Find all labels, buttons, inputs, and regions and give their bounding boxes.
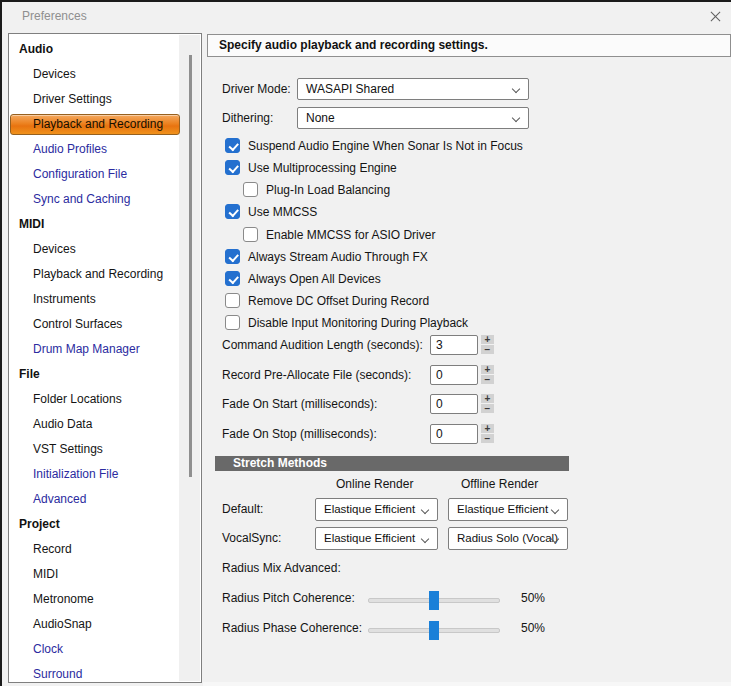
slider-thumb[interactable]	[429, 591, 439, 610]
close-icon	[709, 10, 722, 23]
default-online-select[interactable]: Elastique Efficient	[315, 498, 438, 521]
checkbox-label: Disable Input Monitoring During Playback	[248, 316, 468, 330]
suspend-audio-engine-checkbox[interactable]	[225, 138, 240, 153]
sidebar-item-advanced[interactable]: Advanced	[10, 487, 181, 512]
close-button[interactable]	[702, 4, 729, 28]
checkbox-row-use-multiprocessing: Use Multiprocessing Engine	[225, 159, 397, 176]
dithering-select[interactable]: None	[297, 107, 529, 129]
sidebar-item-surround[interactable]: Surround	[10, 662, 181, 686]
sidebar-section-project: Project	[10, 512, 181, 537]
checkbox-row-enable-mmcss-asio: Enable MMCSS for ASIO Driver	[243, 226, 435, 243]
fade-on-start-label: Fade On Start (milliseconds):	[222, 394, 377, 414]
checkbox-label: Always Stream Audio Through FX	[248, 250, 428, 264]
page-description: Specify audio playback and recording set…	[207, 34, 731, 57]
sidebar-item-instruments[interactable]: Instruments	[10, 287, 181, 312]
default-online-value: Elastique Efficient	[324, 503, 415, 515]
plus-icon[interactable]	[481, 335, 494, 344]
chevron-down-icon	[512, 85, 520, 93]
record-preallocate-label: Record Pre-Allocate File (seconds):	[222, 365, 411, 385]
offline-render-column-header: Offline Render	[461, 477, 538, 491]
radius-phase-coherence-label: Radius Phase Coherence:	[222, 618, 362, 638]
sidebar-item-midi-devices[interactable]: Devices	[10, 237, 181, 262]
dithering-value: None	[306, 111, 335, 125]
radius-pitch-coherence-slider[interactable]	[368, 598, 500, 603]
checkbox-label: Use Multiprocessing Engine	[248, 161, 397, 175]
minus-icon[interactable]	[481, 345, 494, 354]
driver-mode-select[interactable]: WASAPI Shared	[297, 78, 529, 100]
always-stream-audio-checkbox[interactable]	[225, 249, 240, 264]
sidebar-item-audio-devices[interactable]: Devices	[10, 62, 181, 87]
checkbox-row-disable-input-monitoring: Disable Input Monitoring During Playback	[225, 314, 468, 331]
remove-dc-offset-checkbox[interactable]	[225, 293, 240, 308]
record-preallocate-input[interactable]	[430, 365, 478, 385]
checkbox-label: Remove DC Offset During Record	[248, 294, 429, 308]
checkbox-label: Plug-In Load Balancing	[266, 183, 390, 197]
sidebar-item-vst-settings[interactable]: VST Settings	[10, 437, 181, 462]
vocalsync-online-select[interactable]: Elastique Efficient	[315, 527, 438, 550]
radius-pitch-coherence-label: Radius Pitch Coherence:	[222, 588, 355, 608]
sidebar-item-audio-profiles[interactable]: Audio Profiles	[10, 137, 181, 162]
vocalsync-offline-value: Radius Solo (Vocal)	[457, 532, 558, 544]
sidebar-item-drum-map-manager[interactable]: Drum Map Manager	[10, 337, 181, 362]
minus-icon[interactable]	[481, 375, 494, 384]
vocalsync-online-value: Elastique Efficient	[324, 532, 415, 544]
sidebar-item-folder-locations[interactable]: Folder Locations	[10, 387, 181, 412]
always-open-all-devices-checkbox[interactable]	[225, 271, 240, 286]
record-preallocate-spinner	[481, 365, 494, 385]
fade-on-stop-input[interactable]	[430, 424, 478, 444]
checkbox-row-suspend-audio-engine: Suspend Audio Engine When Sonar Is Not i…	[225, 137, 523, 154]
sidebar-item-playback-and-recording[interactable]: Playback and Recording	[10, 112, 181, 137]
driver-mode-label: Driver Mode:	[222, 78, 291, 100]
default-offline-value: Elastique Efficient	[457, 503, 548, 515]
window-title: Preferences	[22, 9, 87, 23]
checkbox-row-plugin-load-balancing: Plug-In Load Balancing	[243, 181, 390, 198]
use-multiprocessing-checkbox[interactable]	[225, 160, 240, 175]
fade-on-start-input[interactable]	[430, 394, 478, 414]
checkbox-row-always-stream-audio: Always Stream Audio Through FX	[225, 248, 428, 265]
disable-input-monitoring-checkbox[interactable]	[225, 315, 240, 330]
command-audition-spinner	[481, 335, 494, 355]
plus-icon[interactable]	[481, 394, 494, 403]
sidebar-item-audiosnap[interactable]: AudioSnap	[10, 612, 181, 637]
minus-icon[interactable]	[481, 434, 494, 443]
sidebar-item-audio-data[interactable]: Audio Data	[10, 412, 181, 437]
radius-phase-coherence-value: 50%	[521, 618, 545, 638]
sidebar-item-configuration-file[interactable]: Configuration File	[10, 162, 181, 187]
vocalsync-stretch-label: VocalSync:	[222, 527, 281, 550]
command-audition-input[interactable]	[430, 335, 478, 355]
chevron-down-icon	[421, 535, 429, 543]
enable-mmcss-asio-checkbox[interactable]	[243, 227, 258, 242]
sidebar-item-driver-settings[interactable]: Driver Settings	[10, 87, 181, 112]
sidebar-item-record[interactable]: Record	[10, 537, 181, 562]
checkbox-label: Use MMCSS	[248, 205, 317, 219]
checkbox-label: Enable MMCSS for ASIO Driver	[266, 228, 435, 242]
dialog-bottom-edge	[203, 682, 731, 686]
sidebar-item-sync-and-caching[interactable]: Sync and Caching	[10, 187, 181, 212]
preferences-dialog: Preferences Audio Devices Driver Setting…	[0, 0, 731, 686]
sidebar-item-clock[interactable]: Clock	[10, 637, 181, 662]
sidebar-item-control-surfaces[interactable]: Control Surfaces	[10, 312, 181, 337]
sidebar-item-project-midi[interactable]: MIDI	[10, 562, 181, 587]
default-stretch-label: Default:	[222, 498, 263, 521]
default-offline-select[interactable]: Elastique Efficient	[448, 498, 568, 521]
checkbox-row-always-open-all-devices: Always Open All Devices	[225, 270, 381, 287]
plus-icon[interactable]	[481, 424, 494, 433]
slider-thumb[interactable]	[429, 621, 439, 640]
chevron-down-icon	[512, 114, 520, 122]
fade-on-stop-label: Fade On Stop (milliseconds):	[222, 424, 377, 444]
radius-phase-coherence-slider[interactable]	[368, 628, 500, 633]
sidebar-rows: Audio Devices Driver Settings Playback a…	[10, 37, 181, 686]
checkbox-row-use-mmcss: Use MMCSS	[225, 203, 317, 220]
checkbox-label: Suspend Audio Engine When Sonar Is Not i…	[248, 139, 523, 153]
checkbox-label: Always Open All Devices	[248, 272, 381, 286]
minus-icon[interactable]	[481, 404, 494, 413]
plus-icon[interactable]	[481, 365, 494, 374]
sidebar-scrollbar-thumb[interactable]	[189, 55, 192, 477]
use-mmcss-checkbox[interactable]	[225, 204, 240, 219]
online-render-column-header: Online Render	[336, 477, 413, 491]
sidebar-item-metronome[interactable]: Metronome	[10, 587, 181, 612]
sidebar-item-initialization-file[interactable]: Initialization File	[10, 462, 181, 487]
vocalsync-offline-select[interactable]: Radius Solo (Vocal)	[448, 527, 568, 550]
plugin-load-balancing-checkbox[interactable]	[243, 182, 258, 197]
sidebar-item-midi-playback-and-recording[interactable]: Playback and Recording	[10, 262, 181, 287]
